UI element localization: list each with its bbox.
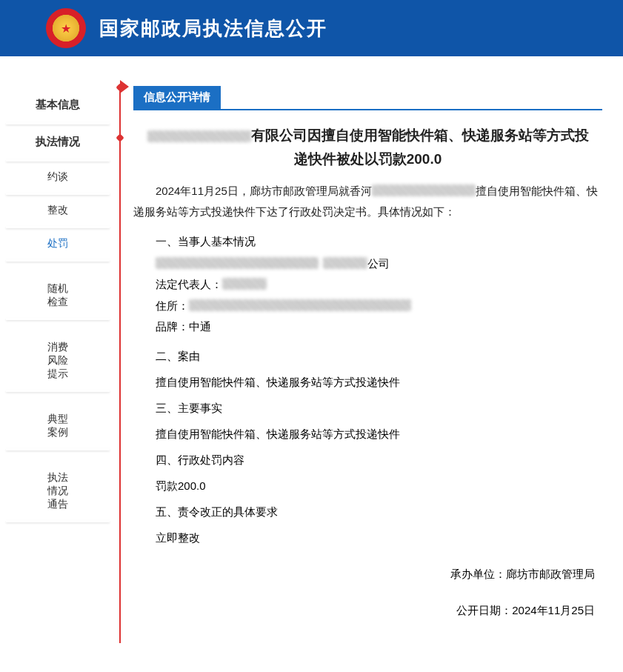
sidebar-item-label: 执法情况 [36,135,80,147]
sidebar-item-label: 基本信息 [36,98,80,110]
redacted-text [189,299,411,311]
address-line: 住所： [133,296,602,317]
sidebar-item-enforcement-notice[interactable]: 执法 情况 通告 [0,450,116,521]
cause-text: 擅自使用智能快件箱、快递服务站等方式投递快件 [133,376,602,390]
handler-value: 廊坊市邮政管理局 [506,568,595,580]
section-3-heading: 三、主要事实 [133,402,602,416]
article-title: 有限公司因擅自使用智能快件箱、快递服务站等方式投递快件被处以罚款200.0 [133,121,602,181]
sidebar-item-enforcement[interactable]: 执法情况 [0,124,116,160]
penalty-text: 罚款200.0 [133,479,602,493]
intro-prefix: 2024年11月25日，廊坊市邮政管理局就香河 [156,184,372,197]
content-area: 信息公开详情 有限公司因擅自使用智能快件箱、快递服务站等方式投递快件被处以罚款2… [116,56,623,648]
brand-label: 品牌： [156,320,189,333]
date-label: 公开日期： [456,604,512,616]
sidebar-item-random-inspection[interactable]: 随机 检查 [0,262,116,319]
date-value: 2024年11月25日 [512,604,595,616]
brand-line: 品牌：中通 [133,316,602,338]
detail-heading-tag: 信息公开详情 [133,86,221,109]
redacted-text [372,184,476,196]
rectify-text: 立即整改 [133,531,602,545]
header-title: 国家邮政局执法信息公开 [99,16,327,41]
sidebar-item-penalty[interactable]: 处罚 [0,228,116,260]
section-4-heading: 四、行政处罚内容 [133,453,602,468]
redacted-text [222,278,267,290]
redacted-text [156,257,319,269]
sidebar-nav: 基本信息 执法情况 约谈 整改 处罚 随机 检查 消费 风险 提示 典型 案例 [0,56,116,648]
national-emblem-icon: ★ [46,8,86,48]
sidebar-item-label: 典型 案例 [47,413,68,438]
facts-text: 擅自使用智能快件箱、快递服务站等方式投递快件 [133,428,602,442]
section-2-heading: 二、案由 [133,350,602,364]
sidebar-item-label: 整改 [47,204,68,216]
brand-value: 中通 [189,320,211,333]
redacted-text [323,257,367,269]
sidebar-item-interview[interactable]: 约谈 [0,162,116,193]
sidebar-item-rectification[interactable]: 整改 [0,195,116,227]
sidebar-item-consumer-risk[interactable]: 消费 风险 提示 [0,320,116,390]
sidebar-item-label: 消费 风险 提示 [47,341,68,379]
party-line: 公司 [133,253,602,275]
section-1-heading: 一、当事人基本情况 [133,235,602,249]
sidebar-item-label: 处罚 [47,237,68,249]
sidebar-item-label: 随机 检查 [47,282,68,307]
page-header: ★ 国家邮政局执法信息公开 [0,0,623,56]
handler-label: 承办单位： [450,568,506,580]
legal-rep-line: 法定代表人： [133,274,602,296]
title-text: 有限公司因擅自使用智能快件箱、快递服务站等方式投递快件被处以罚款200.0 [251,127,589,167]
legal-rep-label: 法定代表人： [156,278,222,290]
sidebar-item-typical-cases[interactable]: 典型 案例 [0,392,116,449]
redacted-text [147,130,251,142]
sidebar-item-label: 执法 情况 通告 [47,471,68,510]
intro-paragraph: 2024年11月25日，廊坊市邮政管理局就香河擅自使用智能快件箱、快递服务站等方… [133,181,602,223]
section-5-heading: 五、责令改正的具体要求 [133,505,602,519]
handler-line: 承办单位：廊坊市邮政管理局 [133,568,602,582]
publish-date-line: 公开日期：2024年11月25日 [133,604,602,618]
party-suffix: 公司 [367,257,390,270]
sidebar-item-label: 约谈 [47,170,68,182]
sidebar-item-basic-info[interactable]: 基本信息 [0,87,116,123]
address-label: 住所： [156,299,189,312]
